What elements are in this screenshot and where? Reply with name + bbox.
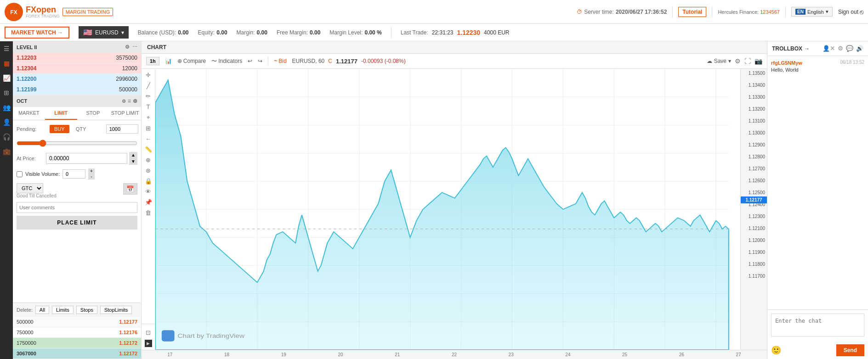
trend-line-tool[interactable]: ╱ — [147, 82, 150, 89]
bid-button[interactable]: ~ Bid — [274, 58, 286, 64]
tab-stop-limit[interactable]: STOP LIMIT — [109, 107, 141, 120]
signout-label: Sign out — [838, 9, 858, 15]
person-icon[interactable]: 👤 — [3, 118, 11, 126]
signout-button[interactable]: Sign out ⎋ — [838, 8, 863, 16]
qty-input[interactable] — [106, 124, 138, 134]
currency-selector[interactable]: 🇺🇸 EURUSD ▾ — [79, 26, 129, 39]
headset-icon[interactable]: 🎧 — [3, 133, 11, 140]
calendar-button[interactable]: 📅 — [123, 183, 137, 195]
order-row-highlight[interactable]: 1750000 1.12172 — [13, 338, 141, 348]
redo-button[interactable]: ↪ — [258, 58, 262, 64]
back-arrow-tool[interactable]: ← — [145, 135, 151, 142]
level2-settings-icon[interactable]: ⚙ — [125, 44, 130, 50]
interval-button[interactable]: 1h — [146, 57, 159, 65]
gtc-select[interactable]: GTCDayIOC — [17, 183, 43, 193]
order-row[interactable]: 750000 1.12176 — [13, 327, 141, 338]
separator-v — [391, 27, 391, 38]
x-label-26: 26 — [679, 352, 684, 357]
tutorial-button[interactable]: Tutorial — [678, 7, 706, 17]
pin-tool[interactable]: 📌 — [145, 199, 152, 206]
trollbox-users-icon[interactable]: 👤✕ — [823, 45, 835, 52]
chart-settings-button[interactable]: ⚙ — [735, 57, 741, 65]
measure-tool[interactable]: ⌖ — [147, 114, 150, 121]
undo-button[interactable]: ↩ — [248, 58, 252, 64]
free-margin-item: Free Margin: 0.00 — [277, 29, 320, 36]
trollbox-sound-icon[interactable]: 🔊 — [856, 45, 863, 52]
tab-limit[interactable]: LIMIT — [45, 107, 77, 120]
save-button[interactable]: ☁ Save ▾ — [707, 58, 731, 64]
price-label-13300: 1.13300 — [749, 95, 765, 100]
grid-icon[interactable]: ▦ — [4, 60, 10, 67]
send-button[interactable]: Send — [836, 344, 864, 356]
trollbox-chat-icon[interactable]: 💬 — [846, 45, 853, 52]
last-trade-qty: 4000 EUR — [484, 29, 509, 36]
collapse-tool[interactable]: ▶ — [145, 340, 152, 347]
pencil-tool[interactable]: ✏ — [146, 93, 151, 100]
trollbox-input-area — [767, 309, 868, 342]
visible-volume-label: Visible Volume: — [25, 171, 60, 177]
level2-bid-row[interactable]: 1.12199 500000 — [13, 84, 141, 95]
users-icon[interactable]: 👥 — [3, 104, 11, 111]
trollbox-input[interactable] — [771, 314, 864, 337]
crosshair-tool[interactable]: ✛ — [146, 72, 151, 79]
delete-all-button[interactable]: All — [35, 306, 49, 314]
chevron-down-icon: ▾ — [826, 9, 828, 15]
oct-settings-icon[interactable]: ⚙ — [122, 99, 126, 104]
vol-decrement-button[interactable]: - — [88, 174, 95, 180]
svg-text:Chart by TradingView: Chart by TradingView — [178, 332, 245, 339]
fullscreen-button[interactable]: ⛶ — [744, 57, 751, 65]
hercules-account-link[interactable]: 1234567 — [760, 9, 780, 15]
delete-limits-button[interactable]: Limits — [52, 306, 74, 314]
level2-ask-row[interactable]: 1.12304 12000 — [13, 63, 141, 74]
chart-icon[interactable]: 📈 — [3, 74, 11, 82]
tab-market[interactable]: MARKET — [13, 107, 45, 120]
lock-tool[interactable]: 🔒 — [145, 178, 152, 185]
ruler-tool[interactable]: 📏 — [145, 146, 152, 153]
visible-volume-checkbox[interactable] — [17, 171, 23, 177]
trash-tool[interactable]: 🗑 — [145, 209, 151, 216]
tools-separator — [142, 324, 155, 325]
wallet-icon[interactable]: 💼 — [3, 148, 11, 155]
compare-button[interactable]: ⊕ Compare — [177, 58, 206, 64]
table-icon[interactable]: ⊞ — [4, 89, 9, 96]
market-watch-button[interactable]: MARKET WATCH → — [5, 27, 69, 39]
level2-bid-row[interactable]: 1.12200 2996000 — [13, 74, 141, 84]
vol-increment-button[interactable]: + — [88, 168, 95, 174]
oct-list-icon[interactable]: ≡ — [128, 98, 131, 104]
indicators-button[interactable]: 〜 Indicators — [211, 57, 242, 65]
language-selector[interactable]: EN English ▾ — [791, 7, 833, 17]
oct-more-icon[interactable]: ⊕ — [133, 98, 137, 104]
emoji-button[interactable]: 🙂 — [771, 345, 781, 355]
trollbox-settings-icon[interactable]: ⚙ — [838, 45, 843, 52]
magnet-tool[interactable]: ⊛ — [146, 167, 151, 174]
tab-stop[interactable]: STOP — [77, 107, 109, 120]
zoom-tool[interactable]: ⊞ — [146, 125, 151, 132]
zoom-in-tool[interactable]: ⊕ — [146, 157, 151, 163]
level2-ask-row[interactable]: 1.12203 3575000 — [13, 53, 141, 63]
order-row-teal[interactable]: 3067000 1.12172 — [13, 348, 141, 359]
eye-tool[interactable]: 👁 — [145, 188, 151, 195]
level2-more-icon[interactable]: ⋯ — [132, 44, 137, 50]
at-price-label: At Price: — [17, 156, 44, 161]
x-label-17: 17 — [167, 352, 172, 357]
price-increment-button[interactable]: ▲ — [129, 152, 137, 158]
ask-qty-1: 3575000 — [116, 55, 137, 61]
price-decrement-button[interactable]: ▼ — [129, 158, 137, 165]
delete-stoplimits-button[interactable]: StopLimits — [100, 306, 132, 314]
place-limit-button[interactable]: PLACE LIMIT — [17, 216, 137, 230]
visible-volume-input[interactable] — [62, 169, 85, 179]
buy-button[interactable]: BUY — [50, 125, 69, 133]
troll-username: rfgLG5NMyw — [771, 60, 802, 66]
template-tool[interactable]: ⊡ — [146, 329, 151, 336]
chart-header: CHART — [142, 41, 767, 54]
bar-chart-button[interactable]: 📊 — [165, 58, 172, 64]
screenshot-button[interactable]: 📷 — [755, 57, 762, 65]
at-price-input[interactable] — [46, 153, 127, 164]
qty-slider[interactable] — [17, 140, 137, 147]
equity-value: 0.00 — [216, 29, 227, 36]
user-comments-input[interactable] — [17, 202, 137, 213]
delete-stops-button[interactable]: Stops — [76, 306, 97, 314]
order-row[interactable]: 500000 1.12177 — [13, 317, 141, 327]
text-tool[interactable]: T — [147, 103, 150, 110]
menu-icon[interactable]: ☰ — [4, 45, 10, 52]
